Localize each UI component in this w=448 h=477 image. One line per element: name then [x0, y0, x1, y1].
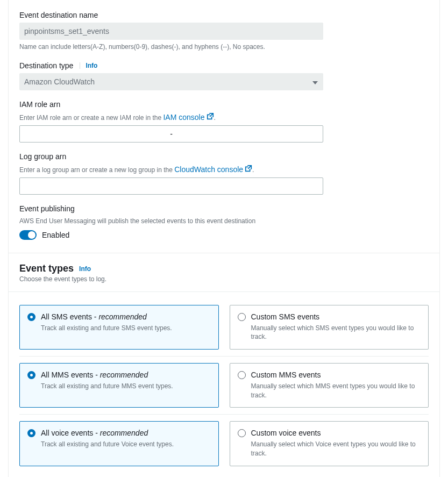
- name-field: Event destination name Name can include …: [19, 11, 429, 52]
- event-types-tiles: All SMS events - recommended Track all e…: [9, 291, 439, 477]
- external-link-icon: [207, 112, 214, 123]
- external-link-icon: [245, 165, 252, 175]
- event-types-title: Event types: [19, 263, 74, 274]
- name-input: [19, 23, 323, 40]
- iam-role-field: IAM role arn Enter IAM role arn or creat…: [19, 100, 429, 143]
- custom-sms-events-tile[interactable]: Custom SMS events Manually select which …: [230, 305, 429, 350]
- all-voice-events-tile[interactable]: All voice events - recommended Track all…: [19, 421, 219, 466]
- event-publishing-toggle-label: Enabled: [42, 231, 69, 239]
- all-mms-events-tile[interactable]: All MMS events - recommended Track all e…: [19, 363, 219, 408]
- log-group-label: Log group arn: [19, 152, 429, 161]
- event-publishing-label: Event publishing: [19, 204, 429, 213]
- all-voice-events-radio[interactable]: [27, 429, 35, 437]
- event-types-header: Event types Info Choose the event types …: [9, 253, 439, 285]
- destination-type-info-link[interactable]: Info: [80, 62, 97, 69]
- iam-role-helper: Enter IAM role arn or create a new IAM r…: [19, 112, 429, 123]
- destination-type-select: Amazon CloudWatch: [19, 73, 323, 90]
- custom-sms-events-radio[interactable]: [238, 313, 246, 321]
- custom-voice-events-tile[interactable]: Custom voice events Manually select whic…: [230, 421, 429, 466]
- log-group-field: Log group arn Enter a log group arn or c…: [19, 152, 429, 195]
- event-types-subtitle: Choose the event types to log.: [19, 275, 429, 283]
- event-types-info-link[interactable]: Info: [79, 266, 91, 272]
- custom-mms-events-radio[interactable]: [238, 371, 246, 379]
- all-sms-events-tile[interactable]: All SMS events - recommended Track all e…: [19, 305, 219, 350]
- all-mms-events-radio[interactable]: [27, 371, 35, 379]
- iam-console-link[interactable]: IAM console: [163, 112, 204, 123]
- cloudwatch-console-link[interactable]: CloudWatch console: [174, 164, 243, 175]
- sms-events-row: All SMS events - recommended Track all e…: [19, 300, 429, 356]
- destination-type-value: Amazon CloudWatch: [24, 77, 95, 86]
- custom-voice-events-radio[interactable]: [238, 429, 246, 437]
- event-publishing-toggle[interactable]: [19, 230, 37, 240]
- mms-events-row: All MMS events - recommended Track all e…: [19, 356, 429, 414]
- event-publishing-helper: AWS End User Messaging will publish the …: [19, 216, 429, 226]
- name-helper: Name can include letters(A-Z), numbers(0…: [19, 42, 429, 52]
- log-group-helper: Enter a log group arn or create a new lo…: [19, 164, 429, 175]
- event-destination-panel: Event destination name Name can include …: [8, 0, 440, 477]
- name-label: Event destination name: [19, 11, 429, 19]
- event-publishing-field: Event publishing AWS End User Messaging …: [19, 204, 429, 240]
- destination-type-label: Destination type: [19, 61, 73, 70]
- iam-role-input[interactable]: [19, 125, 323, 143]
- destination-form-section: Event destination name Name can include …: [9, 0, 439, 253]
- iam-role-label: IAM role arn: [19, 100, 429, 109]
- destination-type-field: Destination type Info Amazon CloudWatch: [19, 61, 429, 90]
- log-group-input[interactable]: [19, 177, 323, 195]
- custom-mms-events-tile[interactable]: Custom MMS events Manually select which …: [230, 363, 429, 408]
- all-sms-events-radio[interactable]: [27, 313, 35, 321]
- voice-events-row: All voice events - recommended Track all…: [19, 414, 429, 472]
